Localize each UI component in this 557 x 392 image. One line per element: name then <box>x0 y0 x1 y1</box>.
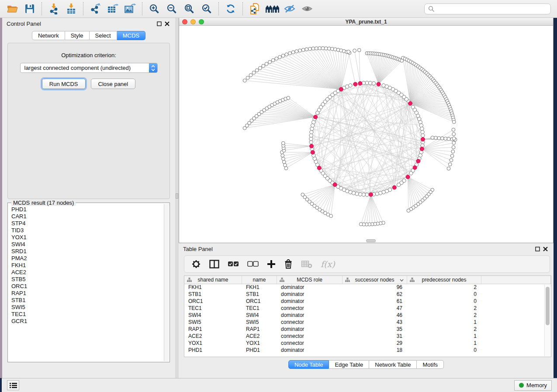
table-cell[interactable]: ACE2 <box>242 333 277 340</box>
table-cell[interactable]: 1 <box>407 333 481 340</box>
table-row[interactable]: SWI5SWI5connector431 <box>184 319 551 326</box>
close-panel-button[interactable]: Close panel <box>91 79 136 89</box>
column-header-predecessor-nodes[interactable]: predecessor nodes <box>407 276 481 284</box>
table-row[interactable]: FKH1FKH1dominator962 <box>184 284 551 291</box>
column-header-successor-nodes[interactable]: successor nodes <box>343 276 407 284</box>
show-all-button[interactable] <box>298 1 316 16</box>
table-row[interactable]: RAP1RAP1dominator352 <box>184 326 551 333</box>
close-panel-icon[interactable] <box>541 245 549 252</box>
table-cell[interactable]: 18 <box>343 347 407 354</box>
zoom-selected-button[interactable] <box>198 1 215 16</box>
delete-table-button[interactable] <box>301 260 312 268</box>
table-row[interactable]: STB1STB1dominator620 <box>184 291 551 298</box>
open-file-button[interactable] <box>3 1 21 16</box>
tab-node-table[interactable]: Node Table <box>288 360 329 369</box>
mcds-result-scrollbar[interactable] <box>164 204 169 361</box>
table-cell[interactable] <box>481 284 551 291</box>
table-cell[interactable]: PHD1 <box>242 347 277 354</box>
zoom-fit-button[interactable] <box>180 1 198 16</box>
result-node-item[interactable]: SRD1 <box>11 248 161 255</box>
table-cell[interactable]: dominator <box>277 284 343 291</box>
table-cell[interactable] <box>481 347 551 354</box>
result-node-item[interactable]: ACE2 <box>11 269 161 276</box>
result-node-item[interactable]: CAR1 <box>11 213 161 220</box>
table-cell[interactable]: dominator <box>277 347 343 354</box>
table-cell[interactable]: connector <box>277 319 343 326</box>
save-session-button[interactable] <box>21 1 38 16</box>
memory-button[interactable]: Memory <box>514 380 552 391</box>
duplicate-network-button[interactable] <box>246 1 263 16</box>
table-cell[interactable]: 35 <box>343 326 407 333</box>
table-cell[interactable] <box>481 312 551 319</box>
export-network-button[interactable] <box>86 1 104 16</box>
panel-splitter[interactable] <box>175 18 179 378</box>
table-cell[interactable]: 1 <box>407 319 481 326</box>
table-cell[interactable]: YOX1 <box>184 340 242 347</box>
table-row[interactable]: ACE2ACE2connector311 <box>184 333 551 340</box>
first-neighbors-button[interactable] <box>263 1 281 16</box>
task-history-button[interactable] <box>7 380 19 390</box>
table-row[interactable]: ORC1ORC1dominator610 <box>184 298 551 305</box>
result-node-item[interactable]: STP4 <box>11 220 161 227</box>
table-cell[interactable]: 96 <box>343 284 407 291</box>
table-cell[interactable]: dominator <box>277 298 343 305</box>
add-column-button[interactable] <box>267 260 276 268</box>
delete-column-button[interactable] <box>284 259 293 269</box>
table-cell[interactable]: STB1 <box>242 291 277 298</box>
table-cell[interactable]: SWI4 <box>184 312 242 319</box>
tab-mcds[interactable]: MCDS <box>117 31 145 40</box>
table-cell[interactable]: 2 <box>407 284 481 291</box>
table-cell[interactable]: 46 <box>343 312 407 319</box>
float-panel-icon[interactable] <box>533 245 541 252</box>
table-cell[interactable]: SWI5 <box>184 319 242 326</box>
table-cell[interactable]: 61 <box>343 298 407 305</box>
table-cell[interactable] <box>481 333 551 340</box>
table-row[interactable]: SWI4SWI4dominator462 <box>184 312 551 319</box>
table-cell[interactable] <box>481 319 551 326</box>
tab-select[interactable]: Select <box>90 31 117 40</box>
table-cell[interactable]: 0 <box>407 347 481 354</box>
scrollbar-thumb[interactable] <box>546 287 550 325</box>
table-cell[interactable]: connector <box>277 333 343 340</box>
table-cell[interactable]: RAP1 <box>242 326 277 333</box>
table-cell[interactable]: dominator <box>277 312 343 319</box>
network-canvas[interactable] <box>179 26 553 243</box>
function-builder-button[interactable]: f(x) <box>321 259 335 269</box>
tab-style[interactable]: Style <box>65 31 90 40</box>
table-cell[interactable]: YOX1 <box>242 340 277 347</box>
show-columns-button[interactable] <box>209 260 219 268</box>
tab-motifs[interactable]: Motifs <box>417 360 444 369</box>
table-cell[interactable]: PHD1 <box>184 347 242 354</box>
close-panel-icon[interactable] <box>163 20 171 27</box>
search-field[interactable] <box>424 3 551 14</box>
export-table-button[interactable] <box>104 1 121 16</box>
table-row[interactable]: YOX1YOX1connector291 <box>184 340 551 347</box>
table-cell[interactable]: 62 <box>343 291 407 298</box>
table-cell[interactable]: TEC1 <box>242 305 277 312</box>
result-node-item[interactable]: RAP1 <box>11 290 161 297</box>
refresh-view-button[interactable] <box>222 1 239 16</box>
result-node-item[interactable]: SWI4 <box>11 241 161 248</box>
result-node-item[interactable]: TEC1 <box>11 311 161 318</box>
network-graph[interactable] <box>179 26 554 242</box>
mcds-result-list[interactable]: PHD1CAR1STP4TID3YOX1SWI4SRD1PMA2FKH1ACE2… <box>9 204 163 361</box>
network-window-titlebar[interactable]: YPA_prune.txt_1 <box>179 18 553 26</box>
table-cell[interactable]: FKH1 <box>242 284 277 291</box>
table-cell[interactable]: SWI4 <box>242 312 277 319</box>
table-cell[interactable]: STB1 <box>184 291 242 298</box>
table-cell[interactable]: TEC1 <box>184 305 242 312</box>
table-cell[interactable] <box>481 298 551 305</box>
table-cell[interactable]: 2 <box>407 326 481 333</box>
result-node-item[interactable]: PMA2 <box>11 255 161 262</box>
table-cell[interactable]: 0 <box>407 291 481 298</box>
table-cell[interactable]: FKH1 <box>184 284 242 291</box>
table-cell[interactable] <box>481 340 551 347</box>
run-mcds-button[interactable]: Run MCDS <box>42 79 86 89</box>
table-cell[interactable]: 2 <box>407 305 481 312</box>
result-node-item[interactable]: STB5 <box>11 276 161 283</box>
result-node-item[interactable]: ORC1 <box>11 283 161 290</box>
table-cell[interactable] <box>481 291 551 298</box>
column-header-shared-name[interactable]: shared name <box>184 276 242 284</box>
table-cell[interactable]: SWI5 <box>242 319 277 326</box>
zoom-out-button[interactable] <box>163 1 180 16</box>
